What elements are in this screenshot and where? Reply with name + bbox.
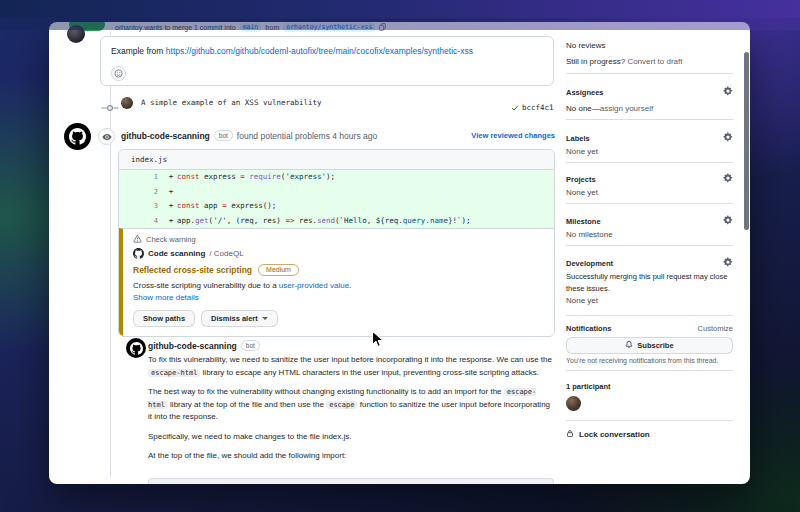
- code-token: require: [249, 172, 281, 181]
- projects-section-header: Projects: [566, 173, 733, 185]
- notifications-section-header: Notifications Customize: [566, 324, 733, 333]
- review-author[interactable]: github-code-scanning: [121, 131, 210, 141]
- file-name[interactable]: index.js: [119, 150, 554, 170]
- code-token: const: [177, 201, 200, 210]
- code-token: );: [326, 172, 335, 181]
- divider: [566, 73, 733, 74]
- code-token: express: [200, 172, 241, 181]
- comment-avatar[interactable]: [126, 338, 146, 358]
- review-event-badge: [98, 128, 115, 145]
- paragraph-text: The best way to fix the vulnerability wi…: [148, 387, 504, 396]
- subscribe-button[interactable]: Subscribe: [566, 337, 733, 354]
- gear-icon[interactable]: [723, 86, 733, 98]
- diff-line[interactable]: 3+const app = express();: [119, 199, 554, 214]
- divider: [566, 203, 733, 204]
- show-paths-label: Show paths: [143, 314, 185, 323]
- labels-empty: None yet: [566, 147, 733, 156]
- code-token: get: [195, 216, 209, 225]
- development-desc: Successfully merging this pull request m…: [566, 271, 733, 294]
- diff-line[interactable]: 1+const express = require('express');: [119, 170, 554, 185]
- divider: [566, 119, 733, 120]
- commit-icon: [101, 99, 119, 117]
- paragraph-text: At the top of the file, we should add th…: [148, 451, 346, 460]
- tool-label: Code scanning: [148, 249, 205, 258]
- customize-link[interactable]: Customize: [698, 324, 733, 333]
- commit-author-avatar[interactable]: [121, 97, 133, 109]
- diff-line[interactable]: 2+: [119, 185, 554, 200]
- code-token: send: [317, 216, 335, 225]
- dismiss-alert-label: Dismiss alert: [211, 314, 258, 323]
- lock-icon: [566, 429, 574, 440]
- gear-icon[interactable]: [723, 173, 733, 185]
- lock-conversation-button[interactable]: Lock conversation: [566, 429, 733, 440]
- alert-title[interactable]: Reflected cross-site scripting: [133, 265, 252, 275]
- background-top-band-fade: [0, 18, 800, 30]
- commit-sha[interactable]: bccf4c1: [522, 103, 554, 112]
- smiley-icon: [114, 69, 123, 78]
- show-paths-button[interactable]: Show paths: [133, 310, 195, 327]
- chevron-down-icon: [262, 317, 268, 320]
- review-summary: found potential problems 4 hours ago: [237, 131, 377, 141]
- divider: [566, 370, 733, 371]
- eye-icon: [102, 132, 112, 142]
- inline-code: escape: [326, 401, 357, 409]
- code-token: 'express': [285, 172, 326, 181]
- gear-icon[interactable]: [723, 215, 733, 227]
- description-prefix: Example from: [111, 46, 166, 56]
- draft-row: Still in progress? Convert to draft: [566, 57, 733, 66]
- divider: [566, 245, 733, 246]
- assignees-title: Assignees: [566, 88, 604, 97]
- severity-badge: Medium: [258, 264, 299, 276]
- warning-triangle-icon: [133, 234, 142, 245]
- github-octocat-icon: [69, 128, 86, 145]
- code-token: app: [200, 201, 223, 210]
- code-token: }!`: [448, 216, 462, 225]
- participants-label: 1 participant: [566, 382, 733, 391]
- participant-avatar[interactable]: [566, 396, 581, 411]
- convert-to-draft-link[interactable]: Convert to draft: [627, 57, 682, 66]
- comment-paragraph: Specifically, we need to make changes to…: [148, 431, 555, 444]
- code-token: , (req, res): [227, 216, 286, 225]
- github-octocat-icon: [130, 342, 143, 355]
- window-scrollbar[interactable]: [744, 52, 749, 230]
- description-link[interactable]: https://github.com/github/codeml-autofix…: [166, 46, 473, 56]
- code-scanning-avatar[interactable]: [64, 123, 91, 150]
- diff-line[interactable]: 4+app.get('/', (req, res) => res.send(`H…: [119, 214, 554, 229]
- projects-title: Projects: [566, 175, 596, 184]
- divider: [566, 315, 733, 316]
- milestone-section-header: Milestone: [566, 215, 733, 227]
- tool-name: / CodeQL: [209, 249, 243, 258]
- gear-icon[interactable]: [723, 132, 733, 144]
- alert-desc-prefix: Cross-site scripting vulnerability due t…: [133, 281, 279, 290]
- bot-badge: bot: [214, 130, 233, 141]
- development-section-header: Development: [566, 257, 733, 269]
- add-reaction-button[interactable]: [111, 66, 126, 81]
- comment-author[interactable]: github-code-scanning: [148, 341, 237, 351]
- bot-badge: bot: [241, 340, 260, 351]
- paragraph-text: Specifically, we need to make changes to…: [148, 432, 352, 441]
- diff-lines: 1+const express = require('express');2+3…: [119, 170, 554, 228]
- code-token: const: [177, 172, 200, 181]
- subscribe-label: Subscribe: [637, 341, 673, 350]
- check-warning-label: Check warning: [146, 235, 196, 244]
- dismiss-alert-button[interactable]: Dismiss alert: [201, 310, 278, 327]
- labels-title: Labels: [566, 134, 590, 143]
- milestone-title: Milestone: [566, 217, 601, 226]
- check-warning-annotation: Check warning Code scanning / CodeQL Ref…: [119, 228, 554, 336]
- no-one-label: No one—: [566, 104, 600, 113]
- assign-yourself-link[interactable]: assign yourself: [600, 104, 653, 113]
- divider: [566, 420, 733, 421]
- github-pr-window: orhantoy wants to merge 1 commit into ma…: [49, 22, 750, 484]
- inline-code: escape-html: [148, 369, 200, 377]
- assignees-section-header: Assignees: [566, 86, 733, 98]
- show-more-details-link[interactable]: Show more details: [133, 293, 199, 302]
- view-reviewed-changes-link[interactable]: View reviewed changes: [471, 131, 555, 140]
- alert-description: Cross-site scripting vulnerability due t…: [133, 281, 542, 291]
- user-provided-value-link[interactable]: user-provided value: [279, 281, 349, 290]
- commit-message[interactable]: A simple example of an XSS vulnerability: [141, 98, 322, 107]
- code-block-partial: [148, 478, 554, 484]
- paragraph-text: library at the top of the file and then …: [168, 400, 326, 409]
- notifications-title: Notifications: [566, 324, 611, 333]
- gear-icon[interactable]: [723, 257, 733, 269]
- sidebar: No reviews Still in progress? Convert to…: [566, 22, 733, 484]
